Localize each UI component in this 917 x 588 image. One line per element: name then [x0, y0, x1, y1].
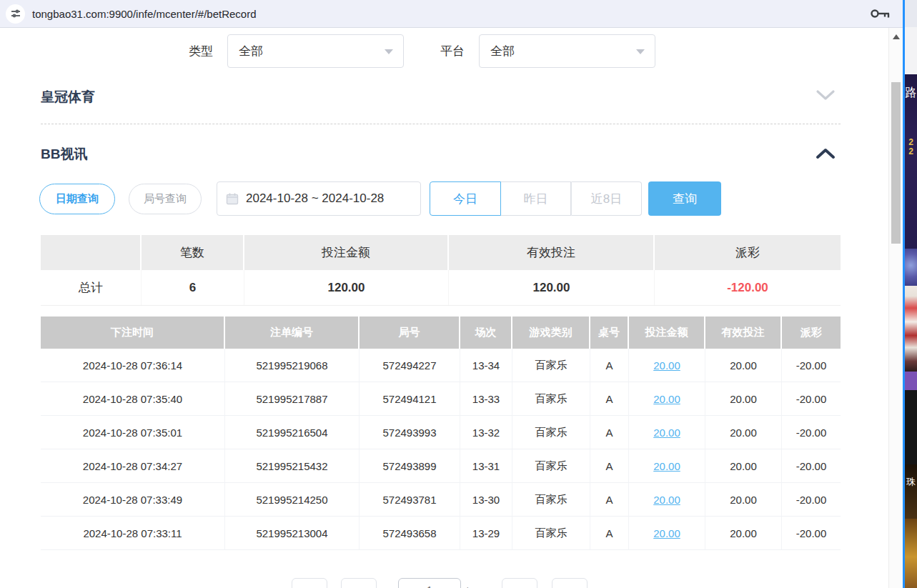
- table-row: 2024-10-28 07:35:01 521995216504 5724939…: [41, 416, 841, 449]
- section-title-bb-video[interactable]: BB视讯: [41, 145, 87, 164]
- bet-amount-link[interactable]: 20.00: [653, 494, 680, 506]
- pagination-next-button[interactable]: ›: [502, 578, 537, 588]
- summary-valid-bet-value: 120.00: [449, 270, 655, 305]
- summary-total-label: 总计: [41, 270, 142, 305]
- cell-session: 13-29: [460, 517, 512, 549]
- cell-round-no: 572493781: [360, 483, 460, 516]
- scrollbar-up-arrow-icon[interactable]: [893, 34, 900, 39]
- cell-order-no: 521995217887: [225, 382, 360, 415]
- pagination-prev-button[interactable]: ‹: [341, 578, 377, 588]
- cell-order-no: 521995213004: [225, 517, 360, 549]
- cell-session: 13-32: [460, 416, 512, 449]
- browser-address-bar[interactable]: tongbao31.com:9900/infe/mcenter/#/betRec…: [0, 0, 903, 28]
- type-label: 类型: [189, 34, 213, 68]
- today-button[interactable]: 今日: [430, 181, 501, 216]
- cell-order-no: 521995215432: [225, 449, 360, 482]
- date-range-picker[interactable]: 2024-10-28 ~ 2024-10-28: [217, 181, 421, 216]
- header-session: 场次: [460, 317, 512, 349]
- background-window-sliver: 路 2 2 珠: [905, 0, 917, 588]
- type-select-value: 全部: [239, 43, 263, 59]
- table-row: 2024-10-28 07:34:27 521995215432 5724938…: [41, 449, 841, 483]
- cell-order-no: 521995214250: [225, 483, 360, 516]
- summary-bet-amount-value: 120.00: [244, 270, 449, 305]
- bet-amount-link[interactable]: 20.00: [653, 460, 680, 472]
- url-text: tongbao31.com:9900/infe/mcenter/#/betRec…: [32, 8, 257, 20]
- summary-count-value: 6: [142, 270, 244, 305]
- cell-game-type: 百家乐: [512, 483, 590, 516]
- platform-label: 平台: [440, 34, 465, 68]
- cell-payout: -20.00: [782, 483, 841, 516]
- yesterday-button[interactable]: 昨日: [501, 181, 571, 216]
- cell-valid-bet: 20.00: [705, 449, 782, 482]
- key-icon: [870, 7, 891, 20]
- cell-game-type: 百家乐: [512, 382, 590, 415]
- bet-amount-link[interactable]: 20.00: [653, 359, 680, 372]
- cell-game-type: 百家乐: [512, 449, 590, 482]
- crown-section-toggle[interactable]: [816, 89, 836, 104]
- cell-order-no: 521995216504: [225, 416, 360, 449]
- section-title-crown-sports[interactable]: 皇冠体育: [41, 88, 95, 106]
- pagination-last-button[interactable]: »: [552, 578, 588, 588]
- cell-game-type: 百家乐: [512, 517, 590, 549]
- cell-table-no: A: [590, 483, 629, 516]
- cell-bet-time: 2024-10-28 07:35:40: [41, 382, 225, 415]
- cell-payout: -20.00: [782, 416, 841, 449]
- date-query-tab[interactable]: 日期查询: [39, 184, 115, 214]
- table-row: 2024-10-28 07:35:40 521995217887 5724941…: [41, 382, 841, 416]
- cell-session: 13-31: [460, 449, 512, 482]
- quick-range-group: 今日 昨日 近8日: [430, 181, 642, 216]
- sliver-text-pearl: 珠: [906, 477, 916, 487]
- cell-payout: -20.00: [782, 382, 841, 415]
- bb-section-toggle[interactable]: [816, 147, 836, 162]
- cell-table-no: A: [590, 416, 629, 449]
- search-button[interactable]: 查询: [648, 181, 721, 216]
- cell-payout: -20.00: [782, 517, 841, 549]
- table-row: 2024-10-28 07:33:11 521995213004 5724936…: [41, 517, 841, 550]
- date-range-value: 2024-10-28 ~ 2024-10-28: [246, 191, 384, 206]
- scrollbar-thumb[interactable]: [891, 82, 901, 244]
- cell-valid-bet: 20.00: [705, 382, 782, 415]
- sliver-block: [905, 249, 917, 286]
- password-key-button[interactable]: [870, 7, 891, 23]
- cell-payout: -20.00: [782, 449, 841, 482]
- sliver-block: [905, 372, 917, 390]
- cell-game-type: 百家乐: [512, 416, 590, 449]
- bet-amount-link[interactable]: 20.00: [653, 427, 680, 439]
- cell-bet-time: 2024-10-28 07:36:14: [41, 349, 225, 382]
- table-row: 2024-10-28 07:33:49 521995214250 5724937…: [41, 483, 841, 517]
- type-select[interactable]: 全部: [227, 34, 404, 68]
- round-query-tab[interactable]: 局号查询: [129, 184, 202, 214]
- cell-round-no: 572493899: [360, 449, 460, 482]
- bet-amount-link[interactable]: 20.00: [653, 527, 680, 539]
- header-round-no: 局号: [360, 317, 460, 349]
- sliver-block: [905, 27, 917, 74]
- sliver-text-road: 路: [906, 86, 917, 99]
- pagination-first-button[interactable]: «: [292, 578, 327, 588]
- last-8-days-button[interactable]: 近8日: [571, 181, 642, 216]
- pagination-page-input[interactable]: 1: [398, 578, 461, 588]
- cell-bet-time: 2024-10-28 07:34:27: [41, 449, 225, 482]
- sliver-block: 珠: [905, 464, 917, 519]
- header-game-type: 游戏类别: [512, 317, 590, 349]
- table-row: 2024-10-28 07:36:14 521995219068 5724942…: [41, 349, 841, 382]
- header-order-no: 注单编号: [225, 317, 360, 349]
- cell-table-no: A: [590, 517, 629, 549]
- cell-payout: -20.00: [782, 349, 841, 382]
- cell-order-no: 521995219068: [225, 349, 360, 382]
- summary-header-row: 笔数 投注金额 有效投注 派彩: [41, 235, 841, 270]
- summary-table: 笔数 投注金额 有效投注 派彩 总计 6 120.00 120.00 -120.…: [41, 235, 841, 306]
- cell-session: 13-30: [460, 483, 512, 516]
- site-settings-chip[interactable]: [6, 4, 25, 24]
- bet-record-page: 类型 全部 平台 全部 皇冠体育 BB视讯 日期查询 局号查询 2024-10-…: [0, 28, 888, 588]
- caret-down-icon: [385, 49, 393, 54]
- sliver-block: [905, 390, 917, 464]
- cell-bet-time: 2024-10-28 07:35:01: [41, 416, 225, 449]
- cell-valid-bet: 20.00: [705, 349, 782, 382]
- sliver-marks: 2 2: [905, 138, 917, 156]
- platform-select[interactable]: 全部: [479, 34, 655, 68]
- summary-payout-value: -120.00: [655, 270, 841, 305]
- summary-header-payout: 派彩: [655, 235, 841, 270]
- cell-table-no: A: [590, 449, 629, 482]
- vertical-scrollbar[interactable]: [888, 28, 903, 588]
- bet-amount-link[interactable]: 20.00: [653, 393, 680, 405]
